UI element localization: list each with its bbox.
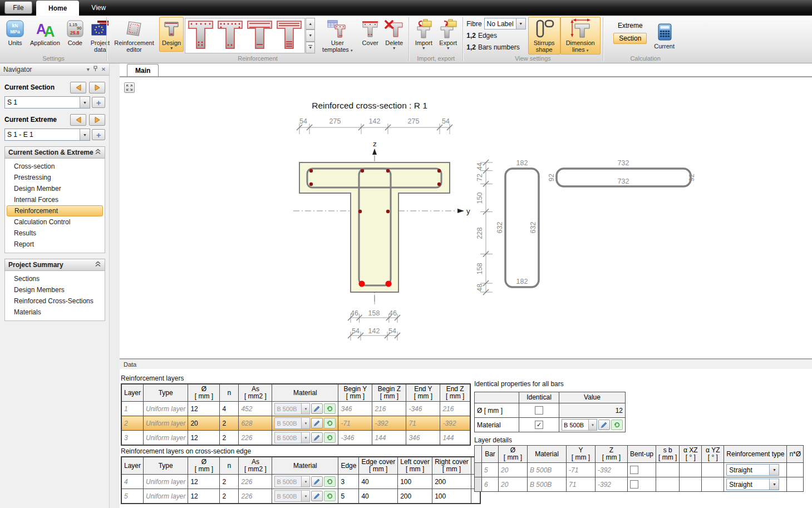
count-cell[interactable]: 2 [220, 475, 239, 489]
count-cell[interactable]: 4 [220, 402, 239, 416]
refresh-material-button[interactable] [611, 420, 623, 430]
navigator-menu-icon[interactable]: ▾ [87, 66, 90, 72]
gallery-expand-button[interactable]: ▼ [306, 42, 315, 53]
bent-up-cell[interactable] [628, 477, 656, 492]
left-cover-cell[interactable]: 100 [398, 475, 432, 489]
user-templates-button[interactable]: User templates ▾ [316, 17, 358, 55]
diameter-cell[interactable]: 20 [188, 416, 220, 431]
material-select[interactable]: B 500B▼ [274, 417, 310, 429]
close-icon[interactable]: ✕ [101, 66, 106, 72]
project-summary-group-header[interactable]: Project Summary [4, 259, 105, 271]
material-select[interactable]: B 500B▼ [274, 490, 310, 502]
material-select[interactable]: B 500B▼ [274, 476, 310, 487]
left-cover-cell[interactable]: 200 [398, 489, 432, 504]
refresh-material-button[interactable] [324, 403, 336, 414]
edge-cell[interactable]: 3 [338, 475, 359, 489]
import-button[interactable]: Import ▼ [411, 17, 436, 52]
nav-item-reinforced-cross-sections[interactable]: Reinforced Cross-Sections [7, 295, 103, 307]
design-button[interactable]: Design ▼ [159, 17, 184, 52]
edit-material-button[interactable] [311, 403, 323, 414]
fibre-select[interactable]: No Label▼ [484, 18, 526, 29]
refresh-material-button[interactable] [324, 491, 336, 501]
nav-item-reinforcement[interactable]: Reinforcement [7, 205, 103, 216]
refresh-material-button[interactable] [324, 432, 336, 443]
material-select[interactable]: B 500B▼ [562, 419, 597, 431]
chevron-down-icon[interactable]: ▼ [80, 97, 90, 108]
chevron-down-icon[interactable]: ▼ [516, 18, 525, 29]
nav-item-results[interactable]: Results [7, 228, 103, 239]
extreme-button[interactable]: Extreme [614, 20, 646, 31]
t-section-template-3[interactable] [246, 18, 273, 53]
checkbox[interactable] [535, 406, 543, 415]
stirrups-shape-button[interactable]: Stirrups shape [528, 17, 560, 55]
section-button[interactable]: Section [613, 33, 647, 44]
delete-button[interactable]: Delete ▼ [382, 17, 406, 52]
reinforcement-editor-button[interactable]: Reinforcement editor [109, 17, 159, 55]
diameter-cell[interactable]: 12 [188, 402, 220, 416]
previous-section-button[interactable] [70, 82, 86, 93]
chevron-down-icon[interactable]: ▼ [769, 465, 779, 475]
edge-cell[interactable]: 5 [338, 489, 359, 504]
add-extreme-button[interactable]: + [92, 129, 105, 140]
reinforcement-type-select[interactable]: Straight▼ [726, 464, 779, 476]
tab-home[interactable]: Home [36, 1, 79, 16]
cover-button[interactable]: Cover [358, 17, 382, 48]
tab-view[interactable]: View [79, 0, 118, 16]
edge-cover-cell[interactable]: 40 [359, 475, 398, 489]
chevron-down-icon[interactable]: ▼ [588, 420, 597, 430]
nav-item-design-member[interactable]: Design Member [7, 183, 103, 194]
checkbox[interactable] [630, 480, 638, 489]
chevron-down-icon[interactable]: ▼ [301, 403, 309, 414]
application-button[interactable]: AA Application [27, 17, 63, 48]
diameter-cell[interactable]: 12 [188, 475, 220, 489]
edge-cover-cell[interactable]: 40 [359, 489, 398, 504]
edit-material-button[interactable] [598, 420, 610, 430]
refresh-material-button[interactable] [324, 418, 336, 428]
chevron-down-icon[interactable]: ▼ [769, 479, 779, 490]
material-select[interactable]: B 500B▼ [274, 403, 310, 415]
checkbox[interactable]: ✓ [535, 421, 543, 429]
nav-item-calculation-control[interactable]: Calculation Control [7, 216, 103, 228]
t-section-template-4[interactable] [275, 18, 303, 53]
chevron-down-icon[interactable]: ▼ [301, 432, 309, 443]
gallery-scroll-up-button[interactable]: ▲ [306, 18, 315, 29]
chevron-down-icon[interactable]: ▼ [301, 418, 309, 428]
previous-extreme-button[interactable] [70, 114, 86, 126]
chevron-down-icon[interactable]: ▼ [80, 129, 90, 140]
collapse-chevron-icon[interactable] [95, 149, 101, 156]
t-section-template-2[interactable] [216, 18, 244, 53]
nav-item-internal-forces[interactable]: Internal Forces [7, 194, 103, 205]
nav-item-sections[interactable]: Sections [7, 273, 103, 284]
next-extreme-button[interactable] [89, 114, 105, 126]
tab-file[interactable]: File [4, 1, 32, 14]
current-section-select[interactable]: S 1▼ [4, 96, 90, 108]
edges-toggle[interactable]: 1,2 Edges [466, 30, 525, 41]
count-cell[interactable]: 2 [220, 431, 239, 446]
edit-material-button[interactable] [311, 476, 323, 487]
fit-view-button[interactable] [124, 82, 135, 93]
chevron-down-icon[interactable]: ▼ [301, 476, 309, 487]
section-extreme-group-header[interactable]: Current Section & Extreme [4, 146, 105, 159]
nav-item-prestressing[interactable]: Prestressing [7, 172, 103, 183]
diameter-cell[interactable]: 12 [188, 431, 220, 446]
units-button[interactable]: kNMPa Units [3, 17, 27, 48]
count-cell[interactable]: 2 [220, 416, 239, 431]
nav-item-report[interactable]: Report [7, 239, 103, 250]
dimension-lines-button[interactable]: Dimension lines ▾ [560, 17, 601, 55]
right-cover-cell[interactable]: 200 [432, 475, 471, 489]
edit-material-button[interactable] [311, 418, 323, 428]
edit-material-button[interactable] [311, 432, 323, 443]
bent-up-cell[interactable] [628, 463, 656, 477]
current-extreme-select[interactable]: S 1 - E 1▼ [4, 129, 90, 141]
export-button[interactable]: Export ▼ [436, 17, 460, 52]
code-button[interactable]: 1,159025.8 Code [63, 17, 87, 48]
reinforcement-type-select[interactable]: Straight▼ [726, 479, 779, 490]
gallery-scroll-down-button[interactable]: ▼ [306, 29, 315, 41]
chevron-down-icon[interactable]: ▼ [301, 491, 309, 501]
add-section-button[interactable]: + [92, 97, 105, 108]
nav-item-design-members[interactable]: Design Members [7, 284, 103, 295]
t-section-template-1[interactable] [187, 18, 214, 53]
bars-numbers-toggle[interactable]: 1,2 Bars numbers [466, 42, 525, 52]
pin-icon[interactable] [93, 66, 98, 73]
right-cover-cell[interactable]: 100 [432, 489, 471, 504]
